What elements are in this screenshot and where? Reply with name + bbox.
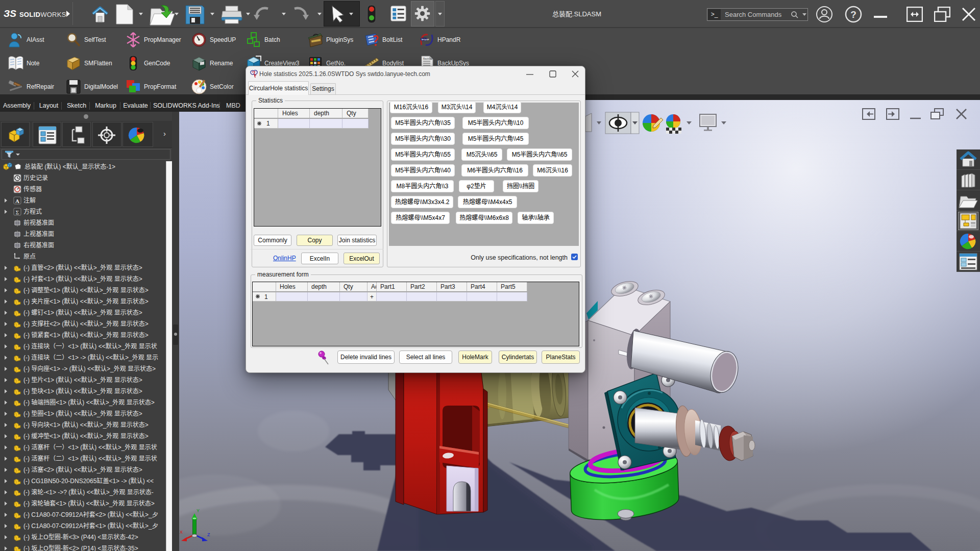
svg-text:Z: Z	[207, 532, 210, 537]
svg-text:Σ: Σ	[16, 209, 19, 215]
svg-text:?: ?	[850, 9, 856, 20]
svg-text:A: A	[15, 198, 19, 204]
svg-text:lanyue: lanyue	[422, 38, 429, 41]
svg-text:BackUp: BackUp	[423, 57, 432, 60]
svg-text:Y: Y	[197, 508, 200, 513]
svg-text:X: X	[180, 530, 183, 535]
